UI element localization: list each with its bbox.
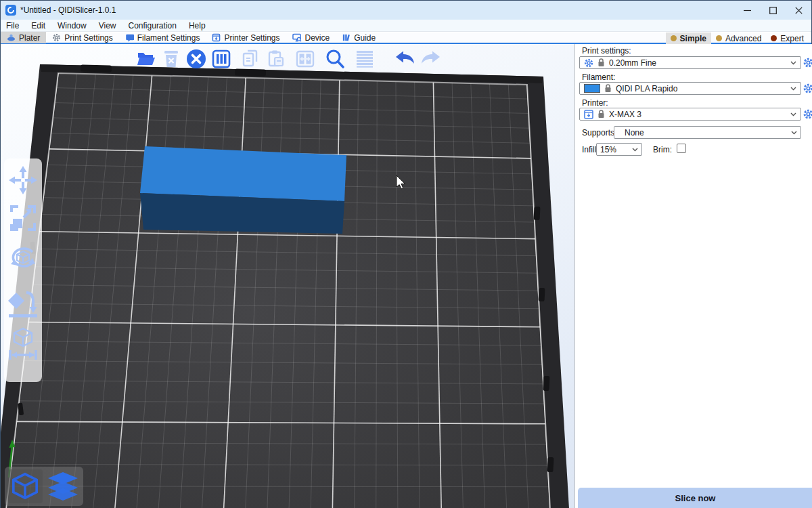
printer-combo[interactable]: X-MAX 3: [579, 108, 801, 121]
delete-all-button[interactable]: [185, 48, 207, 70]
delete-all-icon: [186, 49, 206, 69]
move-tool-button[interactable]: [4, 161, 42, 199]
tab-device[interactable]: Device: [286, 32, 336, 43]
printer-icon: [212, 33, 221, 42]
rotate-tool-button[interactable]: [4, 238, 42, 276]
copy-button[interactable]: [240, 48, 262, 70]
lock-icon: [604, 84, 612, 93]
gear-icon: [584, 58, 593, 68]
paste-button[interactable]: [265, 48, 287, 70]
print-settings-value: 0.20mm Fine: [609, 58, 656, 68]
mode-expert[interactable]: Expert: [766, 33, 809, 44]
layer-height-icon: [355, 50, 374, 68]
menu-edit[interactable]: Edit: [25, 20, 51, 32]
supports-label: Supports:: [582, 128, 616, 137]
mode-advanced[interactable]: Advanced: [711, 33, 766, 44]
variable-layer-height-button[interactable]: [354, 48, 376, 70]
place-on-face-icon: [7, 284, 39, 320]
tab-guide[interactable]: Guide: [336, 32, 382, 43]
supports-combo[interactable]: None: [614, 126, 801, 139]
redo-button[interactable]: [420, 48, 442, 70]
gear-icon: [803, 58, 812, 68]
infill-combo[interactable]: 15%: [596, 143, 642, 156]
filament-edit-button[interactable]: [803, 83, 812, 93]
open-button[interactable]: [135, 48, 157, 70]
place-on-face-tool-button[interactable]: [4, 283, 42, 321]
tab-print-settings[interactable]: Print Settings: [46, 32, 118, 43]
menu-help[interactable]: Help: [183, 20, 212, 32]
menu-view[interactable]: View: [93, 20, 122, 32]
minimize-button[interactable]: [734, 1, 760, 20]
3d-editor-view-button[interactable]: [7, 471, 43, 501]
tab-label: Print Settings: [64, 33, 112, 43]
plater-icon: [7, 33, 16, 42]
expert-mode-dot-icon: [771, 35, 777, 41]
simple-mode-dot-icon: [671, 35, 677, 41]
chevron-down-icon: [790, 112, 796, 117]
tab-printer-settings[interactable]: Printer Settings: [206, 32, 286, 43]
printer-value: X-MAX 3: [609, 110, 641, 119]
brim-checkbox[interactable]: [677, 144, 686, 153]
print-bed-scene: [1, 44, 574, 508]
3d-viewport[interactable]: [1, 44, 574, 508]
viewport-toolbar: [1, 48, 574, 72]
rotate-icon: [8, 242, 38, 272]
tab-label: Plater: [19, 33, 40, 43]
minimize-icon: [744, 7, 751, 14]
mode-label: Advanced: [725, 34, 761, 43]
filament-color-swatch: [584, 84, 600, 93]
maximize-icon: [769, 7, 777, 14]
measure-tool-button[interactable]: [4, 325, 42, 363]
tab-plater[interactable]: Plater: [1, 32, 46, 43]
gear-icon: [52, 33, 61, 42]
maximize-button[interactable]: [760, 1, 786, 20]
undo-icon: [394, 50, 415, 68]
search-icon: [325, 49, 345, 69]
qidislicer-window: *Untitled - QIDISlicer-1.0.1 File Edit W…: [0, 0, 812, 508]
model-top-face: [140, 146, 346, 201]
undo-button[interactable]: [394, 48, 415, 70]
print-settings-edit-button[interactable]: [803, 58, 812, 68]
brim-label: Brim:: [653, 145, 672, 154]
title-bar: *Untitled - QIDISlicer-1.0.1: [1, 1, 811, 20]
print-settings-combo[interactable]: 0.20mm Fine: [579, 56, 801, 69]
paste-icon: [267, 49, 286, 68]
printer-edit-button[interactable]: [803, 109, 812, 119]
tab-filament-settings[interactable]: Filament Settings: [119, 32, 206, 43]
tab-bar: Plater Print Settings Filament Settings …: [1, 33, 811, 44]
mode-simple[interactable]: Simple: [666, 33, 711, 44]
menu-window[interactable]: Window: [51, 20, 93, 32]
gear-icon: [803, 83, 812, 93]
mode-label: Simple: [680, 34, 706, 43]
sliced-layers-icon: [47, 472, 78, 501]
menu-file[interactable]: File: [1, 20, 25, 32]
menu-configuration[interactable]: Configuration: [122, 20, 183, 32]
close-button[interactable]: [786, 1, 811, 20]
gizmo-toolbar: [4, 158, 42, 382]
guide-books-icon: [342, 33, 351, 42]
tab-label: Guide: [354, 33, 376, 43]
delete-button[interactable]: [160, 48, 182, 70]
filament-combo[interactable]: QIDI PLA Rapido: [579, 82, 801, 95]
gear-icon: [803, 109, 812, 119]
redo-icon: [420, 50, 442, 68]
view-mode-toggles: [5, 467, 83, 506]
chevron-down-icon: [790, 87, 796, 91]
chevron-down-icon: [791, 131, 797, 135]
split-objects-icon: [296, 49, 315, 68]
lock-icon: [597, 110, 605, 119]
split-objects-button[interactable]: [294, 48, 316, 70]
measure-icon: [7, 327, 39, 361]
arrange-button[interactable]: [210, 48, 232, 70]
scale-tool-button[interactable]: [4, 199, 42, 237]
slice-now-button[interactable]: Slice now: [578, 488, 812, 508]
lock-icon: [597, 58, 605, 67]
scale-icon: [9, 204, 37, 232]
mode-switcher: Simple Advanced Expert: [666, 33, 809, 44]
printer-icon: [584, 110, 593, 119]
copy-icon: [242, 49, 261, 68]
filament-value: QIDI PLA Rapido: [616, 84, 677, 93]
preview-button[interactable]: [45, 471, 81, 501]
search-button[interactable]: [324, 48, 346, 70]
model-box[interactable]: [140, 146, 346, 234]
